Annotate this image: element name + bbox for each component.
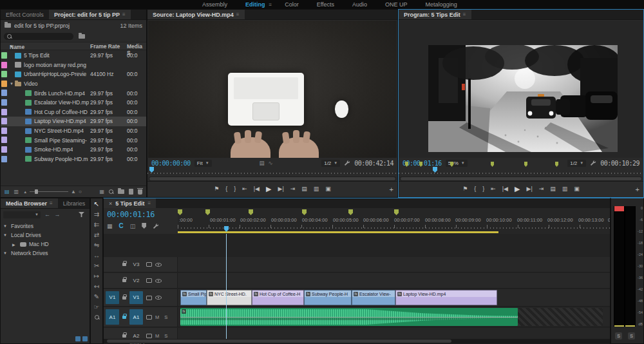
sync-lock-icon[interactable] [146, 278, 152, 283]
track-lane-v1[interactable]: fxSmall PipfxNYC Street-HD.fxHot Cup of … [178, 289, 610, 306]
zoom-out-icon[interactable]: ▲ [23, 190, 27, 194]
pen-tool[interactable]: ✎ [94, 294, 99, 300]
toggle-track-output-icon[interactable] [155, 296, 162, 300]
add-marker-icon[interactable] [142, 223, 146, 229]
media-tree-item-mac-hd[interactable]: ▶Mac HD [1, 240, 90, 249]
label-color-chip[interactable] [1, 137, 7, 143]
workspace-item-metalogging[interactable]: Metalogging [417, 1, 466, 8]
track-lane-a1[interactable]: fx [178, 307, 610, 327]
add-marker-button[interactable]: ⚑ [462, 186, 468, 192]
timeline-marker[interactable] [348, 209, 353, 215]
add-marker-button[interactable]: ⚑ [214, 186, 219, 192]
workspace-item-audio[interactable]: Audio [343, 1, 376, 8]
go-to-out-button[interactable]: ⇥ [539, 186, 544, 192]
search-input[interactable] [12, 33, 63, 39]
label-color-chip[interactable] [1, 71, 7, 77]
thumbnail-view-toggle[interactable] [82, 336, 88, 341]
track-target-v3[interactable]: V3 [129, 258, 143, 270]
source-patch-v3[interactable] [106, 258, 119, 270]
export-frame-button[interactable]: ▣ [325, 186, 331, 192]
workspace-item-one-up[interactable]: ONE UP [376, 1, 417, 8]
rate-stretch-tool[interactable]: ↔ [93, 253, 100, 259]
filter-icon[interactable] [79, 212, 84, 217]
zoom-tool[interactable] [95, 314, 99, 321]
source-patch-a1[interactable]: A1 [106, 309, 119, 325]
project-item-row[interactable]: Hot Cup of Coffee-HD29.97 fps00:0 [1, 108, 146, 117]
panel-menu-icon[interactable]: ≡ [122, 12, 126, 17]
audio-meter[interactable] [614, 206, 636, 327]
track-lock-icon[interactable] [122, 263, 126, 266]
drag-video-icon[interactable]: ▤ [260, 160, 265, 166]
timeline-settings-wrench-icon[interactable] [153, 223, 159, 229]
timeline-playhead[interactable] [226, 234, 227, 339]
step-forward-button[interactable]: ▶| [278, 186, 284, 192]
solo-left-button[interactable]: S [615, 332, 622, 339]
play-button[interactable]: ▶ [515, 186, 520, 193]
slip-tool[interactable]: ↦ [94, 273, 99, 280]
media-tree-item-local-drives[interactable]: ▼Local Drives [1, 231, 90, 240]
sync-lock-icon[interactable] [146, 334, 152, 338]
mute-solo-buttons[interactable]: M S [155, 314, 169, 320]
tab-libraries[interactable]: Libraries [58, 198, 91, 208]
label-color-chip[interactable] [1, 146, 7, 153]
label-color-chip[interactable] [1, 81, 7, 87]
razor-tool[interactable]: ✂ [94, 263, 99, 269]
project-item-row[interactable]: logo motion array red.png [1, 61, 146, 70]
workspace-item-assembly[interactable]: Assembly [193, 1, 236, 8]
disclosure-triangle[interactable]: ▶ [12, 242, 17, 247]
label-color-chip[interactable] [1, 128, 7, 134]
tab-effect-controls[interactable]: Effect Controls [1, 10, 49, 19]
panel-menu-icon[interactable]: ≡ [236, 12, 240, 17]
disclosure-triangle[interactable]: ▼ [3, 224, 8, 228]
timeline-ruler[interactable]: :00:0000:00:01:0000:00:02:0000:00:03:000… [178, 208, 610, 234]
source-patch-v1[interactable]: V1 [106, 291, 119, 305]
tab-media-browser[interactable]: Media Browser ≡ [1, 198, 58, 208]
button-editor-plus[interactable]: + [390, 186, 393, 193]
disclosure-triangle[interactable]: ▼ [3, 233, 8, 237]
project-item-row[interactable]: ▼Video [1, 79, 146, 89]
label-color-chip[interactable] [1, 109, 7, 115]
list-view-button[interactable]: ▤ [5, 189, 10, 195]
project-item-row[interactable]: UrbanHipHopLogo-Previe44100 Hz00:0 [1, 70, 146, 79]
source-patch-v2[interactable] [106, 274, 119, 286]
tab-program[interactable]: Program: 5 Tips Edit ≡ [399, 10, 471, 19]
ripple-edit-tool[interactable]: ⇄ [94, 232, 99, 238]
label-color-chip[interactable] [1, 52, 7, 59]
thumbnail-zoom-slider[interactable] [30, 191, 68, 192]
source-resolution-select[interactable]: 1/2▼ [321, 160, 340, 167]
project-item-row[interactable]: Smoke-HD.mp429.97 fps00:0 [1, 145, 146, 155]
track-lock-icon[interactable] [122, 279, 126, 282]
timeline-clip[interactable]: fxNYC Street-HD. [207, 290, 252, 305]
label-color-chip[interactable] [1, 156, 7, 162]
sync-lock-icon[interactable] [146, 262, 152, 267]
project-item-row[interactable]: Escalator View-HD.mp29.97 fps00:0 [1, 98, 146, 108]
timeline-clip[interactable]: fxHot Cup of Coffee-H [252, 290, 304, 305]
track-header-v1[interactable]: V1V1 [104, 289, 178, 306]
media-tree-item-network-drives[interactable]: ▼Network Drives [1, 249, 90, 258]
button-editor-plus[interactable]: + [636, 186, 639, 193]
disclosure-triangle[interactable]: ▼ [3, 251, 8, 255]
toggle-track-output-icon[interactable] [155, 263, 162, 267]
automate-to-sequence-button[interactable]: ▦ [99, 189, 104, 195]
track-lock-icon[interactable] [122, 296, 126, 300]
track-select-forward-tool[interactable]: ⇉ [94, 211, 99, 218]
source-zoom-select[interactable]: Fit▼ [194, 160, 212, 167]
close-icon[interactable]: × [109, 200, 112, 207]
drag-audio-icon[interactable]: ∿ [269, 160, 273, 166]
step-back-button[interactable]: |◀ [254, 186, 260, 192]
program-zoom-select[interactable]: 50%▼ [446, 160, 468, 167]
timeline-marker[interactable] [178, 209, 182, 215]
program-resolution-select[interactable]: 1/2▼ [567, 160, 586, 167]
solo-right-button[interactable]: S [628, 332, 635, 339]
workspace-item-effects[interactable]: Effects [308, 1, 343, 8]
timeline-marker[interactable] [302, 209, 307, 215]
project-item-row[interactable]: NYC Street-HD.mp429.97 fps00:0 [1, 126, 146, 136]
step-back-button[interactable]: |◀ [502, 186, 508, 192]
panel-menu-icon[interactable]: ≡ [463, 12, 466, 17]
track-header-v3[interactable]: V3 [104, 257, 178, 272]
new-search-bin-icon[interactable] [79, 34, 85, 39]
program-video-area[interactable] [399, 21, 643, 158]
timeline-timecode[interactable]: 00:00:01:16 [107, 210, 155, 219]
overwrite-button[interactable]: ▥ [314, 186, 319, 192]
extract-button[interactable]: ▥ [562, 186, 568, 192]
